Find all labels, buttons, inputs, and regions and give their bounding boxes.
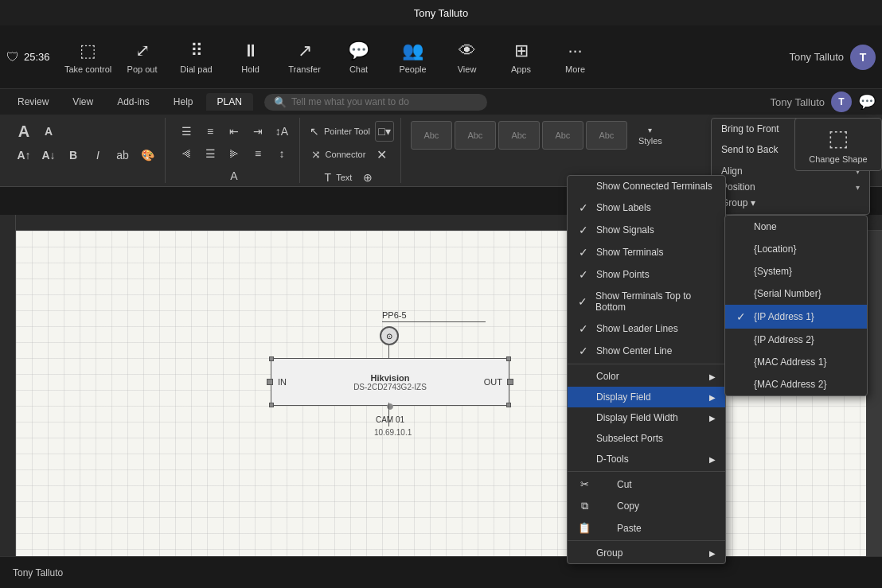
- change-shape-panel[interactable]: ⬚ Change Shape: [794, 118, 882, 171]
- menu-item-label: Paste: [617, 523, 642, 534]
- submenu-ip-address-1[interactable]: ✓ {IP Address 1}: [725, 305, 867, 329]
- submenu-item-label: {MAC Address 1}: [754, 356, 826, 368]
- pop-out-button[interactable]: ⤢ Pop out: [117, 29, 168, 86]
- tab-plan[interactable]: PLAN: [206, 93, 253, 111]
- menu-show-terminals-top-bottom[interactable]: ✓ Show Terminals Top to Bottom: [568, 286, 725, 317]
- menu-show-points[interactable]: ✓ Show Points: [568, 263, 725, 286]
- menu-group[interactable]: Group ▶: [568, 543, 725, 563]
- connector-line-top: [388, 344, 389, 358]
- submenu-ip-address-2[interactable]: {IP Address 2}: [725, 329, 867, 351]
- more-button[interactable]: ··· More: [550, 29, 601, 86]
- font-size-large-btn[interactable]: A: [13, 121, 35, 142]
- submenu-mac-address-2[interactable]: {MAC Address 2}: [725, 373, 867, 395]
- text-icon: T: [325, 171, 332, 184]
- handle-tl: [269, 356, 274, 361]
- menu-cut[interactable]: ✂ Cut: [568, 473, 725, 495]
- line-spacing-btn[interactable]: ↕: [271, 143, 293, 164]
- menu-paste[interactable]: 📋 Paste: [568, 517, 725, 539]
- menu-show-signals[interactable]: ✓ Show Signals: [568, 219, 725, 241]
- shape-dropdown[interactable]: □▾: [375, 121, 394, 142]
- menu-item-label: Subselect Ports: [596, 433, 663, 444]
- menu-show-connected-terminals[interactable]: Show Connected Terminals: [568, 176, 725, 197]
- connector-label[interactable]: Connector: [326, 150, 366, 159]
- text-label[interactable]: Text: [336, 173, 352, 182]
- menu-copy[interactable]: ⧉ Copy: [568, 495, 725, 517]
- menu-item-label: Show Leader Lines: [596, 323, 678, 334]
- align-right-btn[interactable]: ⫸: [223, 143, 245, 164]
- device-name: Hikvision: [295, 373, 485, 383]
- menu-show-terminals[interactable]: ✓ Show Terminals: [568, 241, 725, 263]
- pointer-tool-label[interactable]: Pointer Tool: [324, 127, 370, 136]
- tab-add-ins[interactable]: Add-ins: [106, 93, 161, 111]
- close-tool-btn[interactable]: ✕: [370, 144, 392, 165]
- shape-style-2[interactable]: Abc: [455, 121, 496, 150]
- position-btn[interactable]: Position ▾: [721, 179, 860, 195]
- align-justify-btn[interactable]: ≡: [247, 143, 269, 164]
- italic-btn[interactable]: I: [87, 145, 109, 165]
- chat-button[interactable]: 💬 Chat: [334, 29, 384, 86]
- submenu-serial-number[interactable]: {Serial Number}: [725, 282, 867, 305]
- diagram-component[interactable]: PP6-5 ⊙: [271, 358, 509, 406]
- paste-icon: 📋: [577, 522, 591, 534]
- hold-button[interactable]: ⏸ Hold: [225, 29, 276, 86]
- tab-review[interactable]: Review: [6, 93, 60, 111]
- submenu-mac-address-1[interactable]: {MAC Address 1}: [725, 351, 867, 373]
- dial-pad-button[interactable]: ⠿ Dial pad: [171, 29, 222, 86]
- device-box[interactable]: IN OUT Hikvision DS-2CD2743G2-IZS CAM 01: [271, 358, 509, 406]
- send-to-back-label: Send to Back: [721, 144, 778, 155]
- font-size-small-btn[interactable]: A: [37, 121, 60, 142]
- menu-show-leader-lines[interactable]: ✓ Show Leader Lines: [568, 317, 725, 340]
- ribbon-avatar[interactable]: T: [831, 92, 852, 112]
- view-button[interactable]: 👁 View: [442, 29, 493, 86]
- take-control-button[interactable]: ⬚ Take control: [63, 29, 114, 86]
- sort-btn[interactable]: ↕A: [271, 121, 293, 142]
- numbers-btn[interactable]: ≡: [199, 121, 221, 142]
- apps-button[interactable]: ⊞ Apps: [496, 29, 547, 86]
- menu-item-label: Copy: [617, 500, 639, 512]
- submenu-item-label: {System}: [754, 266, 792, 277]
- text-option-btn[interactable]: ⊕: [357, 167, 379, 186]
- font-color2-btn[interactable]: A: [223, 165, 245, 186]
- shape-style-1[interactable]: Abc: [411, 121, 452, 150]
- group-arrange-btn[interactable]: Group ▾: [721, 195, 860, 211]
- submenu-system[interactable]: {System}: [725, 260, 867, 282]
- font-color-btn[interactable]: 🎨: [136, 145, 158, 165]
- bold-btn[interactable]: B: [62, 145, 84, 165]
- status-bar: Tony Talluto: [0, 556, 882, 588]
- menu-display-field[interactable]: Display Field ▶: [568, 387, 725, 407]
- camera-symbol: ⊙: [380, 326, 399, 345]
- submenu-none[interactable]: None: [725, 216, 867, 238]
- font-smaller-btn[interactable]: A↓: [37, 145, 60, 165]
- shape-style-4[interactable]: Abc: [542, 121, 583, 150]
- align-left-btn[interactable]: ⫷: [175, 143, 197, 164]
- menu-show-center-line[interactable]: ✓ Show Center Line: [568, 340, 725, 362]
- indent-inc-btn[interactable]: ⇥: [247, 121, 269, 142]
- tab-view[interactable]: View: [61, 93, 104, 111]
- bullets-btn[interactable]: ☰: [175, 121, 197, 142]
- styles-btn[interactable]: ▾ Styles: [630, 123, 671, 148]
- menu-show-labels[interactable]: ✓ Show Labels: [568, 197, 725, 219]
- people-button[interactable]: 👥 People: [388, 29, 439, 86]
- menu-display-field-width[interactable]: Display Field Width ▶: [568, 407, 725, 428]
- align-center-btn[interactable]: ☰: [199, 143, 221, 164]
- menu-item-label: Display Field Width: [596, 412, 678, 423]
- user-avatar[interactable]: T: [850, 45, 876, 70]
- apps-icon: ⊞: [514, 41, 529, 61]
- menu-d-tools[interactable]: D-Tools ▶: [568, 449, 725, 469]
- menu-subselect-ports[interactable]: Subselect Ports: [568, 428, 725, 449]
- comments-icon[interactable]: 💬: [858, 93, 876, 111]
- highlight-btn[interactable]: ab: [111, 145, 134, 165]
- tab-help[interactable]: Help: [162, 93, 205, 111]
- pp6-label: PP6-5: [382, 310, 486, 322]
- indent-dec-btn[interactable]: ⇤: [223, 121, 245, 142]
- transfer-button[interactable]: ↗ Transfer: [279, 29, 330, 86]
- shape-style-5[interactable]: Abc: [586, 121, 627, 150]
- font-bigger-btn[interactable]: A↑: [13, 145, 35, 165]
- menu-divider-3: [568, 540, 725, 541]
- search-input[interactable]: [291, 96, 478, 107]
- submenu-location[interactable]: {Location}: [725, 238, 867, 260]
- teams-toolbar: 🛡 25:36 ⬚ Take control ⤢ Pop out ⠿ Dial …: [0, 25, 882, 89]
- shape-style-3[interactable]: Abc: [498, 121, 540, 150]
- ribbon-search[interactable]: 🔍: [264, 94, 487, 111]
- menu-color[interactable]: Color ▶: [568, 366, 725, 387]
